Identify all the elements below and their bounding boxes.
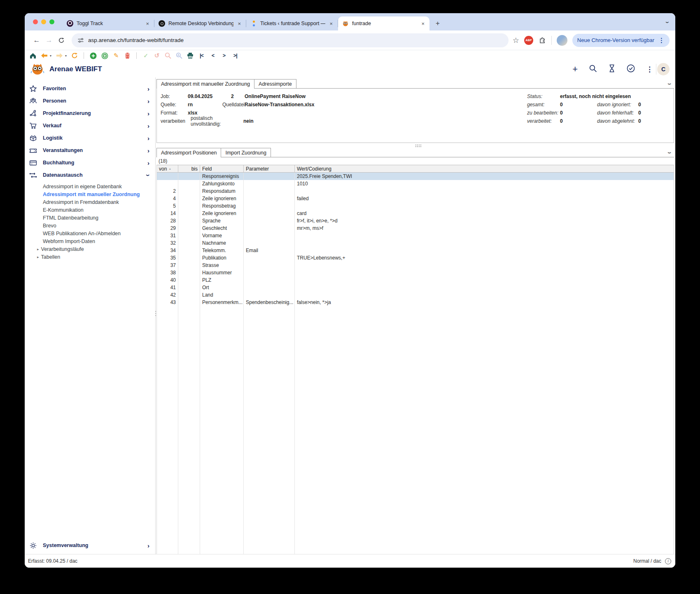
sidebar-subitem-ftml-datenbearbeitung[interactable]: FTML Datenbearbeitung [25, 214, 155, 222]
sidebar-item-favoriten[interactable]: Favoriten› [25, 82, 155, 95]
extensions-puzzle-icon[interactable] [538, 35, 546, 45]
edit-icon[interactable]: ✎ [113, 52, 119, 59]
search-person-icon[interactable] [176, 52, 182, 59]
sidebar-item-datenaustausch[interactable]: Datenaustausch› [25, 169, 155, 181]
nav-prev-icon[interactable]: < [210, 52, 216, 59]
sidebar-splitter-handle[interactable] [154, 311, 157, 316]
back-icon[interactable] [41, 52, 48, 59]
omnibox[interactable]: asp.arenae.ch/funtrade-webift/funtrade [72, 33, 509, 47]
column-header-feld[interactable]: Feld [200, 165, 244, 172]
browser-back-button[interactable]: ← [30, 34, 43, 47]
chrome-update-button[interactable]: Neue Chrome-Version verfügbar ⋮ [572, 34, 670, 47]
tab-close-icon[interactable]: × [145, 21, 150, 27]
nav-last-icon[interactable]: >| [232, 52, 239, 59]
sidebar-subitem-verarbeitungsl-ufe[interactable]: ▸Verarbeitungsläufe [25, 245, 155, 253]
tab-adressimport-positionen[interactable]: Adressimport Positionen [156, 148, 221, 157]
column-header-wert-codierung[interactable]: Wert/Codierung [295, 165, 674, 172]
home-icon[interactable] [30, 52, 36, 59]
position-row[interactable]: 5Responsbetrag [157, 202, 674, 210]
forward-icon[interactable] [56, 52, 63, 59]
browser-reload-button[interactable] [55, 34, 68, 47]
sidebar-subitem-tabellen[interactable]: ▸Tabellen [25, 253, 155, 261]
sidebar-item-veranstaltungen[interactable]: Veranstaltungen› [25, 144, 155, 157]
kebab-menu-icon[interactable]: ⋮ [646, 65, 653, 74]
position-row[interactable]: 29Geschlechtmr>m, ms>f [157, 225, 674, 232]
job-panel-chevron-icon[interactable]: › [666, 83, 674, 85]
tab-adressimporte[interactable]: Adressimporte [254, 79, 296, 88]
tab-adressimport-mit-manueller-zuordnung[interactable]: Adressimport mit manueller Zuordnung [156, 79, 254, 89]
minimize-window-button[interactable] [41, 19, 46, 24]
sidebar-item-projektfinanzierung[interactable]: Projektfinanzierung› [25, 107, 155, 119]
sidebar-item-buchhaltung[interactable]: Buchhaltung› [25, 157, 155, 169]
confirm-icon[interactable]: ✓ [142, 52, 149, 59]
browser-forward-button[interactable]: → [43, 34, 55, 47]
tab-close-icon[interactable]: × [329, 21, 334, 27]
position-row[interactable]: 14Zeile ignorierencard [157, 210, 674, 217]
position-row[interactable]: 38Hausnummer [157, 269, 674, 276]
sidebar-subitem-adressimport-mit-manueller-zuordnung[interactable]: Adressimport mit manueller Zuordnung [25, 190, 155, 198]
panel-splitter[interactable] [156, 143, 674, 148]
position-row[interactable]: Zahlungskonto1010 [157, 180, 674, 187]
check-circle-icon[interactable] [627, 64, 635, 74]
expand-triangle-icon[interactable]: ▸ [37, 255, 39, 259]
info-icon[interactable]: i [665, 558, 671, 564]
column-header-parameter[interactable]: Parameter [244, 165, 295, 172]
hourglass-icon[interactable] [608, 64, 616, 74]
browser-tab[interactable]: funtrade× [338, 16, 429, 30]
browser-profile-avatar[interactable] [557, 35, 567, 46]
forward-menu-icon[interactable]: ▾ [65, 54, 67, 58]
maximize-window-button[interactable] [49, 19, 54, 24]
position-row[interactable]: 28Sprachefr>f, it>i, en>e, *>d [157, 217, 674, 225]
sidebar-subitem-web-publikationen-an-abmelden[interactable]: WEB Publikationen An-/Abmelden [25, 229, 155, 237]
sidebar-subitem-adressimport-in-fremddatenbank[interactable]: Adressimport in Fremddatenbank [25, 198, 155, 206]
position-row[interactable]: Responsereignis2025.Freie Spenden,TWI [157, 173, 674, 180]
sidebar-subitem-webform-import-daten[interactable]: Webform Import-Daten [25, 237, 155, 245]
back-menu-icon[interactable]: ▾ [50, 54, 51, 58]
sidebar-item-verkauf[interactable]: Verkauf› [25, 119, 155, 132]
sidebar-item-logistik[interactable]: Logistik› [25, 132, 155, 144]
position-row[interactable]: 40PLZ [157, 276, 674, 284]
tab-close-icon[interactable]: × [237, 21, 242, 27]
position-row[interactable]: 31Vorname [157, 232, 674, 239]
user-avatar[interactable]: C [657, 63, 670, 75]
position-row[interactable]: 2Responsdatum [157, 187, 674, 195]
browser-tab[interactable]: Tickets ‹ funtrade Support —× [246, 16, 338, 30]
browser-tab[interactable]: Remote Desktop Verbindung× [154, 16, 246, 30]
position-row[interactable]: 42Land [157, 291, 674, 299]
position-row[interactable]: 32Nachname [157, 239, 674, 247]
add-copy-icon[interactable] [101, 52, 108, 59]
nav-next-icon[interactable]: > [221, 52, 227, 59]
tab-search-chevron-icon[interactable]: › [664, 21, 672, 23]
tab-close-icon[interactable]: × [420, 21, 425, 27]
new-tab-button[interactable]: + [432, 18, 443, 29]
sidebar-item-systemverwaltung[interactable]: Systemverwaltung› [25, 539, 155, 552]
print-icon[interactable] [187, 52, 194, 59]
sidebar-item-personen[interactable]: Personen› [25, 95, 155, 107]
adblock-extension-icon[interactable]: ABP [524, 36, 533, 45]
sidebar-subitem-e-kommunikation[interactable]: E-Kommunikation [25, 206, 155, 214]
browser-menu-kebab-icon[interactable]: ⋮ [658, 37, 665, 44]
search-icon[interactable] [589, 64, 597, 74]
close-window-button[interactable] [33, 19, 38, 24]
sidebar-subitem-adressimport-in-eigene-datenbank[interactable]: Adressimport in eigene Datenbank [25, 182, 155, 190]
add-icon[interactable] [90, 52, 97, 59]
browser-tab[interactable]: Toggl Track× [63, 16, 154, 30]
refresh-icon[interactable] [71, 52, 78, 59]
delete-icon[interactable] [124, 52, 131, 59]
position-row[interactable]: 34Telekomm.Email [157, 247, 674, 254]
sidebar-subitem-brevo[interactable]: Brevo [25, 222, 155, 229]
position-row[interactable]: 35PublikationTRUE>Lebensnews,+ [157, 254, 674, 262]
undo-icon[interactable]: ↺ [154, 52, 160, 59]
position-row[interactable]: 4Zeile ignorierenfailed [157, 195, 674, 202]
bookmark-star-icon[interactable]: ☆ [513, 36, 519, 45]
position-row[interactable]: 41Ort [157, 284, 674, 291]
tab-import-zuordnung[interactable]: Import Zuordnung [221, 148, 271, 157]
position-row[interactable]: 43Personenmerkm...Spendenbescheinig...fa… [157, 299, 674, 306]
positions-panel-chevron-icon[interactable]: › [666, 152, 674, 154]
position-row[interactable]: 37Strasse [157, 262, 674, 269]
expand-triangle-icon[interactable]: ▸ [37, 247, 39, 251]
column-header-von[interactable]: von▲ [157, 165, 178, 172]
search-icon[interactable] [165, 52, 171, 59]
nav-first-icon[interactable]: |< [198, 52, 205, 59]
column-header-bis[interactable]: bis [178, 165, 200, 172]
